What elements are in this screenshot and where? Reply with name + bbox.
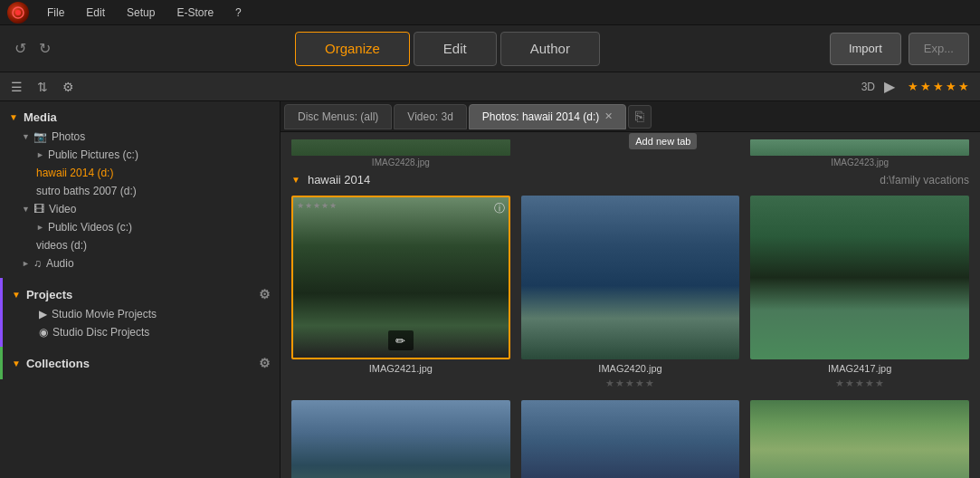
photo-thumb-5 <box>521 400 740 478</box>
partial-photo-1-name: IMAG2428.jpg <box>372 158 430 167</box>
movie-icon: ▶ <box>39 308 47 320</box>
photo-edit-icon-1: ✏ <box>388 330 414 350</box>
sidebar: ▼ Media ▼ 📷 Photos ► Public Pictures (c:… <box>0 101 281 478</box>
photo-thumb-1: ★ ★ ★ ★ ★ ⓘ ✏ <box>291 196 510 359</box>
sidebar-sutro[interactable]: sutro baths 2007 (d:) <box>0 182 280 200</box>
redo-button[interactable]: ↻ <box>35 38 54 59</box>
sidebar-videos-d[interactable]: videos (d:) <box>0 236 280 254</box>
sidebar-collections-section: ▼ Collections ⚙ <box>0 347 280 379</box>
sidebar-hawaii[interactable]: hawaii 2014 (d:) <box>0 164 280 182</box>
photos-label: Photos <box>52 130 85 143</box>
add-tab-button[interactable]: ⎘ Add new tab <box>628 105 652 129</box>
view-mode-icon[interactable]: ▶ <box>884 78 895 95</box>
studio-movie-label: Studio Movie Projects <box>52 308 157 320</box>
video-label: Video <box>49 203 76 215</box>
public-videos-label: Public Videos (c:) <box>48 221 132 234</box>
collections-settings-icon[interactable]: ⚙ <box>259 356 271 370</box>
main-content: ▼ Media ▼ 📷 Photos ► Public Pictures (c:… <box>0 101 980 478</box>
sidebar-public-pictures[interactable]: ► Public Pictures (c:) <box>0 146 280 164</box>
list-view-icon[interactable]: ☰ <box>7 78 26 96</box>
tab-disc-menus[interactable]: Disc Menus: (all) <box>284 104 392 129</box>
photo-item-3[interactable]: IMAG2417.jpg ★ ★ ★ ★ ★ <box>750 196 969 389</box>
projects-settings-icon[interactable]: ⚙ <box>259 287 271 301</box>
sidebar-studio-disc[interactable]: ◉ Studio Disc Projects <box>3 323 280 341</box>
sort-icon[interactable]: ⇅ <box>33 78 52 96</box>
sidebar-projects-header[interactable]: ▼ Projects ⚙ <box>3 283 280 305</box>
nav-author[interactable]: Author <box>500 32 600 66</box>
photo-thumb-3 <box>750 196 969 359</box>
photo-thumb-4 <box>291 400 510 478</box>
photo-stars-3: ★ ★ ★ ★ ★ <box>835 378 884 389</box>
import-button[interactable]: Import <box>830 33 901 65</box>
public-pictures-label: Public Pictures (c:) <box>48 148 138 161</box>
toolbar-history: ↺ ↻ <box>11 38 54 59</box>
photo-item-2[interactable]: IMAG2420.jpg ★ ★ ★ ★ ★ <box>521 196 740 389</box>
folder-name: hawaii 2014 <box>308 173 370 186</box>
menu-file[interactable]: File <box>43 5 68 21</box>
audio-icon: ♫ <box>33 257 42 270</box>
photo-item-5[interactable]: IMAG2408.jpg ★ ★ ★ ★ ★ <box>521 400 740 478</box>
star-1[interactable]: ★ <box>908 80 918 93</box>
tab-close-icon[interactable]: ✕ <box>604 110 613 122</box>
nav-edit[interactable]: Edit <box>414 32 497 66</box>
star-5[interactable]: ★ <box>958 80 969 93</box>
export-button[interactable]: Exp... <box>909 33 969 65</box>
add-tab-icon: ⎘ <box>635 109 644 125</box>
toolbar-nav: Organize Edit Author <box>72 32 823 66</box>
browse-header: ▼ hawaii 2014 d:\family vacations <box>288 171 973 192</box>
nav-organize[interactable]: Organize <box>295 32 410 66</box>
right-panel: Disc Menus: (all) Video: 3d Photos: hawa… <box>281 101 980 478</box>
toolbar-actions: Import Exp... <box>830 33 969 65</box>
hawaii-label: hawaii 2014 (d:) <box>36 167 113 179</box>
video-triangle-icon: ▼ <box>22 205 30 214</box>
disc-icon: ◉ <box>39 326 48 339</box>
audio-triangle-icon: ► <box>22 259 30 268</box>
photo-item-1[interactable]: ★ ★ ★ ★ ★ ⓘ ✏ IMAG2421.jpg <box>291 196 510 389</box>
sidebar-media-section: ▼ Media ▼ 📷 Photos ► Public Pictures (c:… <box>0 101 280 278</box>
photo-item-6[interactable]: IMAG2407.jpg ★ ★ ★ ★ ★ <box>750 400 969 478</box>
menu-bar: File Edit Setup E-Store ? <box>0 0 980 25</box>
undo-button[interactable]: ↺ <box>11 38 30 59</box>
sidebar-projects-section: ▼ Projects ⚙ ▶ Studio Movie Projects ◉ S… <box>0 278 280 347</box>
star-4[interactable]: ★ <box>946 80 956 93</box>
sidebar-collections-header[interactable]: ▼ Collections ⚙ <box>3 352 280 374</box>
tab-photos-hawaii[interactable]: Photos: hawaii 2014 (d:) ✕ <box>469 104 626 129</box>
projects-label: Projects <box>26 288 72 301</box>
filter-icon[interactable]: ⚙ <box>59 78 78 96</box>
menu-estore[interactable]: E-Store <box>173 5 217 21</box>
photo-name-1: IMAG2421.jpg <box>369 363 433 374</box>
app-logo <box>7 2 29 24</box>
rating-stars[interactable]: ★ ★ ★ ★ ★ <box>908 80 969 93</box>
menu-setup[interactable]: Setup <box>123 5 158 21</box>
sutro-label: sutro baths 2007 (d:) <box>36 185 137 197</box>
sidebar-video[interactable]: ▼ 🎞 Video <box>0 200 280 218</box>
star-2[interactable]: ★ <box>920 80 931 93</box>
sidebar-studio-movie[interactable]: ▶ Studio Movie Projects <box>3 305 280 323</box>
menu-help[interactable]: ? <box>232 5 245 21</box>
photo-thumb-2 <box>521 196 740 359</box>
photo-item-4[interactable]: IMAG2409.jpg ★ ★ ★ ★ ★ <box>291 400 510 478</box>
partial-photo-3-name: IMAG2423.jpg <box>831 158 889 167</box>
folder-path: d:\family vacations <box>880 174 969 186</box>
projects-triangle-icon: ▼ <box>12 290 21 300</box>
tab-video-3d[interactable]: Video: 3d <box>394 104 467 129</box>
partial-photo-3 <box>750 139 969 156</box>
photo-info-icon-1: ⓘ <box>494 201 505 216</box>
sidebar-public-videos[interactable]: ► Public Videos (c:) <box>0 218 280 236</box>
menu-edit[interactable]: Edit <box>82 5 109 21</box>
photo-stars-overlay-1: ★ ★ ★ ★ ★ <box>297 201 337 210</box>
sidebar-media-header[interactable]: ▼ Media <box>0 107 280 128</box>
photo-grid: ★ ★ ★ ★ ★ ⓘ ✏ IMAG2421.jpg <box>288 192 973 478</box>
video-icon: 🎞 <box>33 203 44 215</box>
camera-icon: 📷 <box>33 130 47 143</box>
photo-stars-2: ★ ★ ★ ★ ★ <box>605 378 654 389</box>
sidebar-audio[interactable]: ► ♫ Audio <box>0 254 280 272</box>
photos-triangle-icon: ▼ <box>22 132 30 141</box>
tabs-bar: Disc Menus: (all) Video: 3d Photos: hawa… <box>281 101 980 132</box>
sidebar-photos[interactable]: ▼ 📷 Photos <box>0 128 280 146</box>
3d-label[interactable]: 3D <box>861 81 875 93</box>
public-videos-triangle-icon: ► <box>36 223 44 232</box>
star-3[interactable]: ★ <box>933 80 944 93</box>
browse-area: IMAG2428.jpg IMAG2423.jpg ▼ hawaii 2014 … <box>281 132 980 478</box>
audio-label: Audio <box>46 257 74 270</box>
